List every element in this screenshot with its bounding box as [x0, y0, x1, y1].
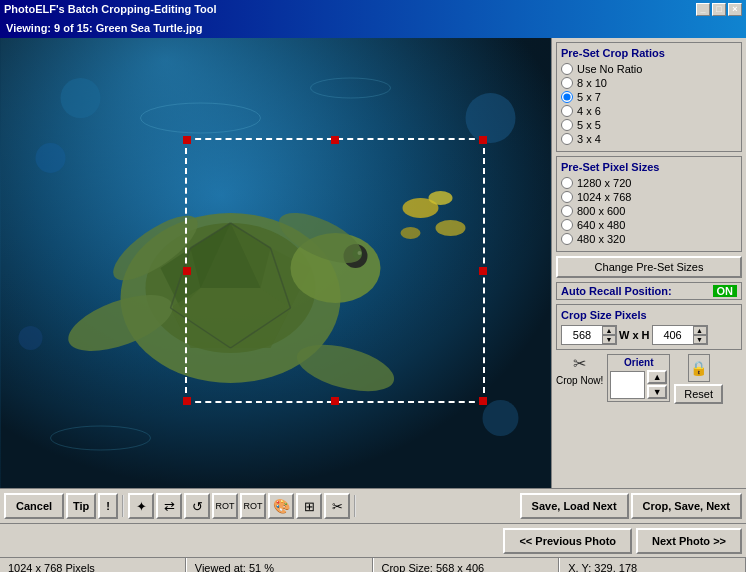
orient-crop-section: ✂ Crop Now! Orient ▲ ▼ 🔒 Reset	[556, 354, 742, 404]
maximize-button[interactable]: □	[712, 3, 726, 16]
height-up-button[interactable]: ▲	[693, 326, 707, 335]
scissors-tool-button[interactable]: ✂	[324, 493, 350, 519]
crop-size-label: Crop Size Pixels	[561, 309, 737, 321]
color-icon: 🎨	[273, 498, 290, 514]
status-pixels: 1024 x 768 Pixels	[0, 558, 186, 572]
prev-photo-button[interactable]: << Previous Photo	[503, 528, 632, 554]
next-photo-button[interactable]: Next Photo >>	[636, 528, 742, 554]
exclaim-button[interactable]: !	[98, 493, 118, 519]
turtle-background	[0, 38, 551, 488]
size-640x480[interactable]: 640 x 480	[561, 219, 737, 231]
ratio-5x5[interactable]: 5 x 5	[561, 119, 737, 131]
subtitle-bar: Viewing: 9 of 15: Green Sea Turtle.jpg	[0, 18, 746, 38]
width-down-button[interactable]: ▼	[602, 335, 616, 344]
photo-canvas	[0, 38, 551, 488]
orient-up-button[interactable]: ▲	[647, 370, 667, 384]
auto-recall-row: Auto Recall Position: ON	[556, 282, 742, 300]
grid-button[interactable]: ⊞	[296, 493, 322, 519]
size-480x320[interactable]: 480 x 320	[561, 233, 737, 245]
orient-arrows: ▲ ▼	[647, 370, 667, 399]
crop-ratios-title: Pre-Set Crop Ratios	[561, 47, 737, 59]
scissors-icon: ✂	[573, 354, 586, 373]
swap-icon: ⇄	[164, 499, 175, 514]
width-up-button[interactable]: ▲	[602, 326, 616, 335]
svg-point-9	[429, 191, 453, 205]
lock-icon: 🔒	[688, 354, 710, 382]
orient-label: Orient	[610, 357, 667, 368]
height-input[interactable]: 406	[653, 328, 693, 342]
title-bar: PhotoELF's Batch Cropping-Editing Tool _…	[0, 0, 746, 18]
palette-button[interactable]: 🎨	[268, 493, 294, 519]
crop-now-label: Crop Now!	[556, 375, 603, 386]
svg-point-10	[401, 227, 421, 239]
minimize-button[interactable]: _	[696, 3, 710, 16]
orient-controls: ▲ ▼	[610, 370, 667, 399]
svg-marker-16	[171, 288, 291, 348]
photo-area	[0, 38, 551, 488]
change-preset-button[interactable]: Change Pre-Set Sizes	[556, 256, 742, 278]
auto-recall-label: Auto Recall Position:	[561, 285, 713, 297]
close-button[interactable]: ×	[728, 3, 742, 16]
status-viewed: Viewed at: 51 %	[186, 558, 373, 572]
height-spinner[interactable]: 406 ▲ ▼	[652, 325, 708, 345]
svg-point-8	[436, 220, 466, 236]
ratio-4x6[interactable]: 4 x 6	[561, 105, 737, 117]
ratio-no-ratio[interactable]: Use No Ratio	[561, 63, 737, 75]
pixel-sizes-section: Pre-Set Pixel Sizes 1280 x 720 1024 x 76…	[556, 156, 742, 252]
wxh-label: W x H	[619, 329, 650, 341]
rotate-rot2-button[interactable]: ROT	[240, 493, 266, 519]
status-bar: 1024 x 768 Pixels Viewed at: 51 % Crop S…	[0, 557, 746, 572]
ratio-8x10[interactable]: 8 x 10	[561, 77, 737, 89]
size-800x600[interactable]: 800 x 600	[561, 205, 737, 217]
right-panel: Pre-Set Crop Ratios Use No Ratio 8 x 10 …	[551, 38, 746, 488]
crop-size-row: Crop Size Pixels 568 ▲ ▼ W x H 406 ▲ ▼	[556, 304, 742, 350]
cancel-button[interactable]: Cancel	[4, 493, 64, 519]
window-title: PhotoELF's Batch Cropping-Editing Tool	[4, 3, 217, 15]
rotate-rot-button[interactable]: ROT	[212, 493, 238, 519]
wand-tool-button[interactable]: ✦	[128, 493, 154, 519]
main-content: Pre-Set Crop Ratios Use No Ratio 8 x 10 …	[0, 38, 746, 488]
viewed-label: Viewed at: 51 %	[195, 562, 274, 573]
width-input[interactable]: 568	[562, 328, 602, 342]
save-load-next-button[interactable]: Save, Load Next	[520, 493, 629, 519]
scissors-tool-icon: ✂	[332, 499, 343, 514]
height-down-button[interactable]: ▼	[693, 335, 707, 344]
status-cropsize: Crop Size: 568 x 406	[373, 558, 560, 572]
toolbar-sep-1	[122, 495, 124, 517]
auto-recall-status: ON	[713, 285, 738, 297]
size-1024x768[interactable]: 1024 x 768	[561, 191, 737, 203]
swap-tool-button[interactable]: ⇄	[156, 493, 182, 519]
ratio-3x4[interactable]: 3 x 4	[561, 133, 737, 145]
reset-button[interactable]: Reset	[674, 384, 723, 404]
lock-reset-area: 🔒 Reset	[674, 354, 723, 404]
svg-point-2	[61, 78, 101, 118]
width-spinner[interactable]: 568 ▲ ▼	[561, 325, 617, 345]
crop-save-next-button[interactable]: Crop, Save, Next	[631, 493, 742, 519]
width-spinner-buttons: ▲ ▼	[602, 326, 616, 344]
status-xy: X, Y: 329, 178	[559, 558, 746, 572]
main-toolbar: Cancel Tip ! ✦ ⇄ ↺ ROT ROT 🎨 ⊞ ✂ Save, L…	[0, 488, 746, 523]
orient-down-button[interactable]: ▼	[647, 385, 667, 399]
ratio-5x7[interactable]: 5 x 7	[561, 91, 737, 103]
viewing-label: Viewing: 9 of 15: Green Sea Turtle.jpg	[6, 22, 202, 34]
refresh-tool-button[interactable]: ↺	[184, 493, 210, 519]
svg-point-5	[19, 326, 43, 350]
size-1280x720[interactable]: 1280 x 720	[561, 177, 737, 189]
svg-point-6	[483, 400, 519, 436]
cropsize-label: Crop Size: 568 x 406	[382, 562, 485, 573]
orient-section: Orient ▲ ▼	[607, 354, 670, 402]
pixel-sizes-title: Pre-Set Pixel Sizes	[561, 161, 737, 173]
crop-ratios-section: Pre-Set Crop Ratios Use No Ratio 8 x 10 …	[556, 42, 742, 152]
tip-button[interactable]: Tip	[66, 493, 96, 519]
height-spinner-buttons: ▲ ▼	[693, 326, 707, 344]
xy-label: X, Y: 329, 178	[568, 562, 637, 573]
svg-point-4	[466, 93, 516, 143]
navigation-row: << Previous Photo Next Photo >>	[0, 523, 746, 557]
orient-preview	[610, 371, 645, 399]
size-inputs: 568 ▲ ▼ W x H 406 ▲ ▼	[561, 325, 737, 345]
crop-now-area: ✂ Crop Now!	[556, 354, 603, 386]
title-bar-buttons: _ □ ×	[696, 3, 742, 16]
wand-icon: ✦	[136, 499, 147, 514]
refresh-icon: ↺	[192, 499, 203, 514]
svg-point-3	[36, 143, 66, 173]
